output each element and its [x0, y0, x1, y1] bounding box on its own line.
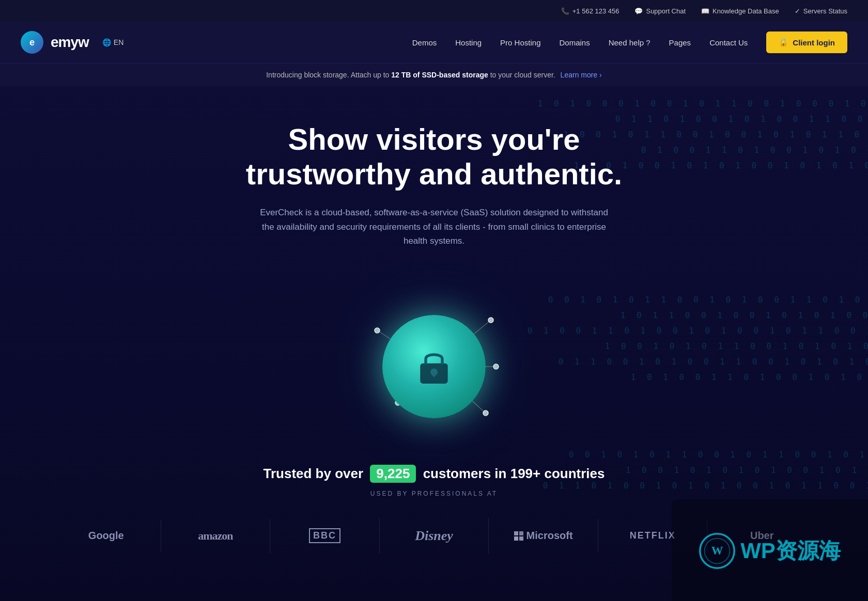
support-chat-item[interactable]: 💬 Support Chat — [634, 7, 686, 15]
support-chat-label: Support Chat — [646, 7, 686, 15]
announcement-suffix: to your cloud server. — [490, 71, 555, 79]
header: e emyw 🌐 EN Demos Hosting Pro Hosting Do… — [0, 22, 868, 63]
main-nav: Demos Hosting Pro Hosting Domains Need h… — [412, 31, 847, 53]
nav-pro-hosting[interactable]: Pro Hosting — [500, 38, 540, 47]
servers-status-item[interactable]: ✓ Servers Status — [795, 7, 847, 15]
logo-icon[interactable]: e — [21, 31, 43, 54]
nav-pages[interactable]: Pages — [669, 38, 691, 47]
svg-text:W: W — [711, 544, 723, 557]
svg-point-9 — [483, 410, 488, 416]
globe-icon: 🌐 — [102, 38, 111, 46]
nav-hosting[interactable]: Hosting — [455, 38, 482, 47]
brand-microsoft: Microsoft — [489, 519, 598, 552]
ms-logo-grid — [514, 531, 523, 541]
knowledge-base-label: Knowledge Data Base — [712, 7, 779, 15]
trust-title: Trusted by over 9,225 customers in 199+ … — [41, 465, 827, 483]
learn-more-link[interactable]: Learn more › — [561, 71, 602, 79]
watermark-overlay: W WP资源海 — [672, 499, 868, 601]
wp-watermark: W WP资源海 — [699, 533, 841, 569]
logo-area: e emyw 🌐 EN — [21, 31, 123, 54]
svg-rect-12 — [432, 372, 435, 377]
lock-icon: 🔒 — [779, 38, 788, 47]
trust-count: 9,225 — [370, 465, 416, 483]
nav-demos[interactable]: Demos — [412, 38, 437, 47]
hero-subtitle: EverCheck is a cloud-based, software-as-… — [253, 205, 615, 248]
svg-point-7 — [488, 318, 493, 323]
nav-domains[interactable]: Domains — [559, 38, 590, 47]
client-login-label: Client login — [793, 38, 835, 47]
announcement-prefix: Introducing block storage. Attach up to — [266, 71, 389, 79]
top-bar: 📞 +1 562 123 456 💬 Support Chat 📖 Knowle… — [0, 0, 868, 22]
brand-bbc: BBC — [270, 518, 380, 553]
chat-icon: 💬 — [634, 7, 643, 15]
brand-amazon: amazon — [161, 519, 271, 553]
wp-logo-svg: W — [699, 533, 735, 569]
trust-suffix: customers in 199+ countries — [423, 466, 605, 481]
wp-text: WP资源海 — [740, 536, 841, 565]
used-by-label: USED BY PROFESSIONALS AT — [41, 490, 827, 497]
lang-label: EN — [114, 38, 123, 46]
lang-selector[interactable]: 🌐 EN — [102, 38, 123, 46]
hero-section: 1 0 1 0 0 0 1 0 0 1 0 1 1 0 0 1 0 0 0 1 … — [0, 86, 868, 601]
client-login-button[interactable]: 🔒 Client login — [766, 31, 847, 53]
trust-prefix: Trusted by over — [263, 466, 363, 481]
announcement-bar: Introducing block storage. Attach up to … — [0, 63, 868, 86]
brand-google: Google — [52, 519, 161, 552]
lock-icon-svg — [413, 346, 455, 387]
nav-need-help[interactable]: Need help ? — [609, 38, 650, 47]
servers-status-label: Servers Status — [803, 7, 847, 15]
announcement-highlight: 12 TB of SSD-based storage — [391, 71, 488, 79]
lock-illustration — [346, 279, 522, 454]
lock-circle — [382, 315, 486, 418]
check-icon: ✓ — [795, 7, 800, 15]
phone-icon: 📞 — [561, 7, 569, 15]
nav-contact[interactable]: Contact Us — [709, 38, 748, 47]
knowledge-icon: 📖 — [701, 7, 709, 15]
phone-item[interactable]: 📞 +1 562 123 456 — [561, 7, 619, 15]
hero-title: Show visitors you're trustworthy and aut… — [227, 122, 641, 191]
svg-point-5 — [375, 328, 380, 333]
logo-text[interactable]: emyw — [51, 34, 89, 51]
svg-point-8 — [493, 364, 499, 369]
knowledge-base-item[interactable]: 📖 Knowledge Data Base — [701, 7, 779, 15]
phone-number: +1 562 123 456 — [572, 7, 619, 15]
brand-disney: Disney — [380, 518, 489, 554]
